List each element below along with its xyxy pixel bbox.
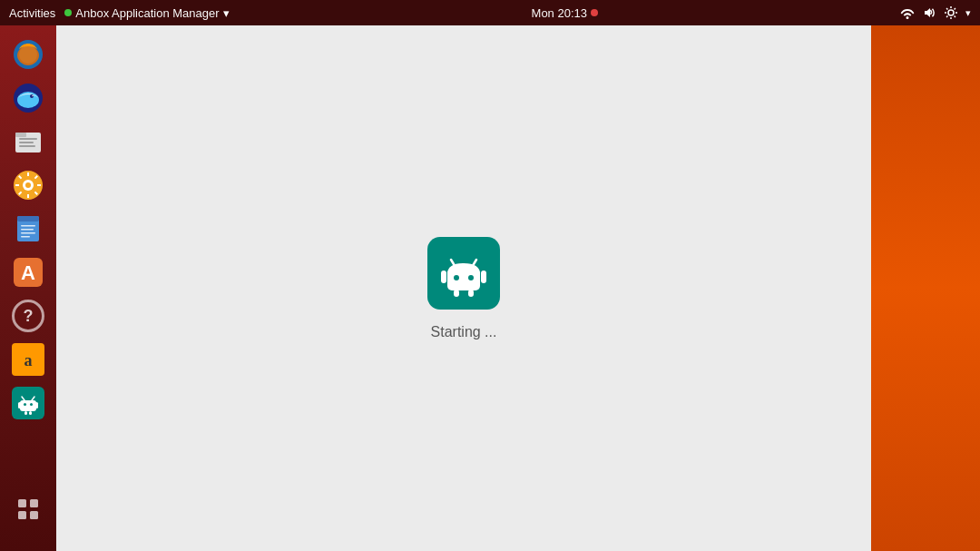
documents-icon <box>12 212 44 245</box>
svg-rect-33 <box>18 402 21 408</box>
activities-button[interactable]: Activities <box>9 6 55 20</box>
sidebar-item-settings[interactable] <box>8 165 48 205</box>
files-icon <box>12 125 44 158</box>
loading-container: Starting ... <box>427 237 500 340</box>
help-icon: ? <box>12 300 44 332</box>
svg-point-44 <box>454 275 459 280</box>
svg-rect-47 <box>481 271 486 283</box>
recording-indicator <box>591 9 598 16</box>
sidebar-item-documents[interactable] <box>8 209 48 249</box>
svg-point-12 <box>32 95 33 96</box>
sidebar-item-help[interactable]: ? <box>8 296 48 336</box>
topbar: Activities Anbox Application Manager ▾ M… <box>0 0 980 25</box>
sidebar: A ? a <box>0 25 56 551</box>
svg-rect-35 <box>24 411 27 415</box>
app-running-dot <box>64 9 72 16</box>
svg-rect-48 <box>454 290 459 297</box>
svg-line-37 <box>22 397 24 400</box>
sidebar-item-amazon[interactable]: a <box>8 339 48 379</box>
svg-rect-22 <box>17 216 39 221</box>
topbar-clock[interactable]: Mon 20:13 <box>532 6 598 20</box>
sidebar-item-files[interactable] <box>8 122 48 162</box>
svg-rect-24 <box>21 229 34 231</box>
app-name-menu[interactable]: Anbox Application Manager ▾ <box>64 6 229 20</box>
system-menu-icon[interactable] <box>944 5 958 20</box>
svg-rect-41 <box>18 511 26 519</box>
topbar-right: ▾ <box>900 5 971 20</box>
svg-point-20 <box>25 182 31 188</box>
firefox-icon <box>12 38 44 71</box>
grid-icon <box>12 493 44 526</box>
svg-text:A: A <box>21 261 35 284</box>
anbox-sidebar-icon <box>12 387 44 419</box>
svg-point-0 <box>948 10 954 15</box>
sidebar-item-firefox[interactable] <box>8 34 48 74</box>
app-menu-arrow: ▾ <box>223 6 230 20</box>
svg-rect-23 <box>21 225 35 227</box>
amazon-icon: a <box>12 343 44 376</box>
wifi-icon[interactable] <box>900 5 915 20</box>
thunderbird-icon <box>12 82 44 114</box>
store-icon: A <box>12 256 44 289</box>
svg-rect-34 <box>35 402 38 408</box>
svg-rect-25 <box>21 232 35 234</box>
svg-rect-46 <box>441 271 446 283</box>
svg-rect-40 <box>30 499 38 507</box>
main-content: Starting ... <box>56 25 980 551</box>
show-applications-button[interactable] <box>8 489 48 529</box>
svg-rect-30 <box>20 400 36 411</box>
sound-icon[interactable] <box>922 5 936 20</box>
svg-rect-42 <box>30 511 38 519</box>
svg-rect-39 <box>18 499 26 507</box>
time-display: Mon 20:13 <box>532 6 587 20</box>
svg-rect-15 <box>19 138 37 140</box>
system-menu-arrow[interactable]: ▾ <box>965 7 971 19</box>
svg-line-38 <box>32 397 34 400</box>
loading-text: Starting ... <box>431 324 497 340</box>
svg-point-31 <box>24 403 26 406</box>
app-title: Anbox Application Manager <box>75 6 219 20</box>
topbar-left: Activities Anbox Application Manager ▾ <box>9 6 230 20</box>
settings-icon <box>12 169 44 202</box>
svg-point-45 <box>468 275 474 280</box>
android-app-icon <box>427 237 500 310</box>
svg-rect-14 <box>15 133 26 137</box>
sidebar-bottom <box>8 489 48 540</box>
android-robot-icon <box>439 249 488 298</box>
svg-point-32 <box>30 403 33 406</box>
app-window: Starting ... <box>56 25 871 551</box>
svg-text:a: a <box>24 351 33 369</box>
right-panel <box>871 25 980 551</box>
sidebar-item-anbox[interactable] <box>8 383 48 423</box>
svg-rect-26 <box>21 236 30 238</box>
svg-rect-49 <box>468 290 474 297</box>
sidebar-item-thunderbird[interactable] <box>8 78 48 118</box>
svg-rect-36 <box>29 411 32 415</box>
svg-rect-16 <box>19 142 34 143</box>
sidebar-item-store[interactable]: A <box>8 252 48 292</box>
svg-rect-17 <box>19 145 35 147</box>
